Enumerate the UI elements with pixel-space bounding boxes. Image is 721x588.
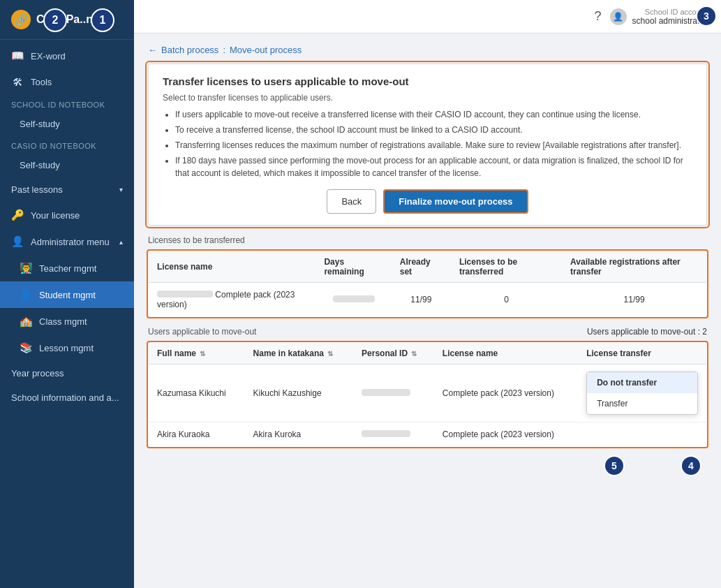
annotation-3: 3 xyxy=(696,6,717,27)
users-section-header: Users applicable to move-out Users appli… xyxy=(148,327,707,337)
class-icon: 🏫 xyxy=(20,315,32,328)
sidebar-item-label: Lesson mgmt xyxy=(39,343,94,353)
annotation-2: 2 xyxy=(43,8,67,32)
sidebar-item-label: Self-study xyxy=(20,160,60,170)
sort-icon: ⇅ xyxy=(200,350,205,358)
personal-id-placeholder xyxy=(362,389,410,396)
katakana-cell-2: Akira Kuroka xyxy=(245,422,353,447)
sidebar-item-school-info[interactable]: School information and a... xyxy=(0,385,134,410)
user-account: 👤 School ID account school administrator xyxy=(610,8,707,26)
days-remaining-cell xyxy=(315,283,391,317)
sidebar-item-label: Tools xyxy=(31,77,52,87)
info-card-title: Transfer licenses to users applicable to… xyxy=(163,75,692,87)
col-katakana: Name in katakana ⇅ xyxy=(245,343,353,365)
topbar: 3 ? 👤 School ID account school administr… xyxy=(134,0,721,34)
bullet-3: Transferring licenses reduces the maximu… xyxy=(175,139,692,152)
breadcrumb: ← Batch process : Move-out process xyxy=(148,45,707,55)
full-name-cell-2: Akira Kuraoka xyxy=(149,422,245,447)
info-card: Transfer licenses to users applicable to… xyxy=(148,64,707,226)
sidebar-item-teacher-mgmt[interactable]: 👨‍🏫 Teacher mgmt xyxy=(0,255,134,281)
annotation-badges-row: 5 4 xyxy=(148,455,707,476)
buttons-row: Back Finalize move-out process xyxy=(163,189,692,214)
sidebar-item-your-license[interactable]: 🔑 Your license xyxy=(0,202,134,228)
sidebar-item-label: Administrator menu xyxy=(31,237,110,247)
personal-id-cell xyxy=(353,365,434,422)
sidebar-item-label: Self-study xyxy=(20,119,60,129)
col-to-transfer: Licenses to be transferred xyxy=(451,251,562,283)
annotation-1: 1 xyxy=(91,8,114,32)
license-name-user-cell-2: Complete pack (2023 version) xyxy=(434,422,578,447)
info-card-bullets: If users applicable to move-out receive … xyxy=(163,108,692,179)
back-arrow-icon: ← xyxy=(148,45,157,55)
breadcrumb-link[interactable]: Batch process xyxy=(161,45,218,55)
users-section-count: Users applicable to move-out : 2 xyxy=(587,327,707,337)
transfer-cell-1: Do not transfer Transfer xyxy=(578,365,706,422)
user-avatar-icon: 👤 xyxy=(610,8,627,25)
annotation-4: 4 xyxy=(681,455,701,476)
license-name-cell: Complete pack (2023 version) xyxy=(149,283,316,317)
sidebar-item-label: Year process xyxy=(11,368,64,378)
already-set-cell: 11/99 xyxy=(392,283,451,317)
casio-id-section: CASIO ID notebook xyxy=(0,136,134,153)
users-table: Full name ⇅ Name in katakana ⇅ Personal … xyxy=(148,342,707,447)
to-transfer-cell: 0 xyxy=(451,283,562,317)
sidebar-item-label: School information and a... xyxy=(11,392,119,403)
tools-icon: 🛠 xyxy=(11,76,24,88)
col-license-transfer: License transfer xyxy=(578,343,706,365)
katakana-cell: Kikuchi Kazushige xyxy=(245,365,353,422)
sidebar-item-student-mgmt[interactable]: 👤 Student mgmt xyxy=(0,281,134,308)
table-row: Akira Kuraoka Akira Kuroka Complete pack… xyxy=(149,422,707,447)
back-button[interactable]: Back xyxy=(327,189,376,214)
licenses-table: License name Days remaining Already set … xyxy=(148,251,707,317)
col-license-name: License name xyxy=(149,251,316,283)
chevron-up-icon: ▴ xyxy=(119,238,123,246)
sidebar-item-year-process[interactable]: Year process xyxy=(0,361,134,385)
lesson-icon: 📚 xyxy=(20,341,32,354)
sidebar-item-self-study-2[interactable]: Self-study xyxy=(0,153,134,177)
sidebar-item-tools[interactable]: 🛠 Tools xyxy=(0,69,134,95)
col-license-name: License name xyxy=(434,343,578,365)
breadcrumb-current: Move-out process xyxy=(230,45,302,55)
sidebar-item-past-lessons[interactable]: Past lessons ▾ xyxy=(0,177,134,202)
info-card-subtitle: Select to transfer licenses to applicabl… xyxy=(163,93,692,103)
full-name-cell: Kazumasa Kikuchi xyxy=(149,365,245,422)
dropdown-option-do-not-transfer[interactable]: Do not transfer xyxy=(587,372,697,393)
available-cell: 11/99 xyxy=(562,283,706,317)
logo-icon: 🔗 xyxy=(11,10,31,29)
table-row: Kazumasa Kikuchi Kikuchi Kazushige Compl… xyxy=(149,365,707,422)
teacher-icon: 👨‍🏫 xyxy=(20,262,32,274)
transfer-cell-2 xyxy=(578,422,706,447)
breadcrumb-separator: : xyxy=(223,45,225,55)
personal-id-placeholder-2 xyxy=(362,430,410,437)
col-days-remaining: Days remaining xyxy=(315,251,391,283)
student-icon: 👤 xyxy=(20,288,32,301)
transfer-dropdown-1[interactable]: Do not transfer Transfer xyxy=(586,372,698,415)
main-content: 3 ? 👤 School ID account school administr… xyxy=(134,0,721,588)
bullet-4: If 180 days have passed since performing… xyxy=(175,154,692,179)
license-name-user-cell: Complete pack (2023 version) xyxy=(434,365,578,422)
licenses-section-label: Licenses to be transferred xyxy=(148,235,707,245)
sidebar-item-ex-word[interactable]: 📖 EX-word xyxy=(0,43,134,69)
sidebar-item-admin-menu[interactable]: 👤 Administrator menu ▴ xyxy=(0,228,134,255)
finalize-button[interactable]: Finalize move-out process xyxy=(383,189,528,214)
users-section-label: Users applicable to move-out xyxy=(148,327,256,337)
dropdown-option-transfer[interactable]: Transfer xyxy=(587,393,697,414)
sidebar-item-class-mgmt[interactable]: 🏫 Class mgmt xyxy=(0,308,134,335)
sidebar-nav: 📖 EX-word 🛠 Tools School ID notebook Sel… xyxy=(0,40,134,588)
table-row: Complete pack (2023 version) 11/99 0 11/… xyxy=(149,283,707,317)
sort-icon-2: ⇅ xyxy=(327,350,333,358)
sidebar-item-self-study-1[interactable]: Self-study xyxy=(0,112,134,136)
school-id-section: School ID notebook xyxy=(0,95,134,112)
col-available: Available registrations after transfer xyxy=(562,251,706,283)
help-icon[interactable]: ? xyxy=(595,9,602,24)
col-full-name: Full name ⇅ xyxy=(149,343,245,365)
sidebar: 2 1 🔗 ClassPa..net 📖 EX-word 🛠 Tools Sch… xyxy=(0,0,134,588)
sidebar-item-lesson-mgmt[interactable]: 📚 Lesson mgmt xyxy=(0,335,134,361)
placeholder-bar xyxy=(157,291,213,297)
content-area: ← Batch process : Move-out process Trans… xyxy=(134,34,721,588)
key-icon: 🔑 xyxy=(11,209,24,221)
sidebar-item-label: Student mgmt xyxy=(39,290,96,300)
sort-icon-3: ⇅ xyxy=(411,350,417,358)
personal-id-cell-2 xyxy=(353,422,434,447)
sidebar-item-label: Teacher mgmt xyxy=(39,263,96,274)
